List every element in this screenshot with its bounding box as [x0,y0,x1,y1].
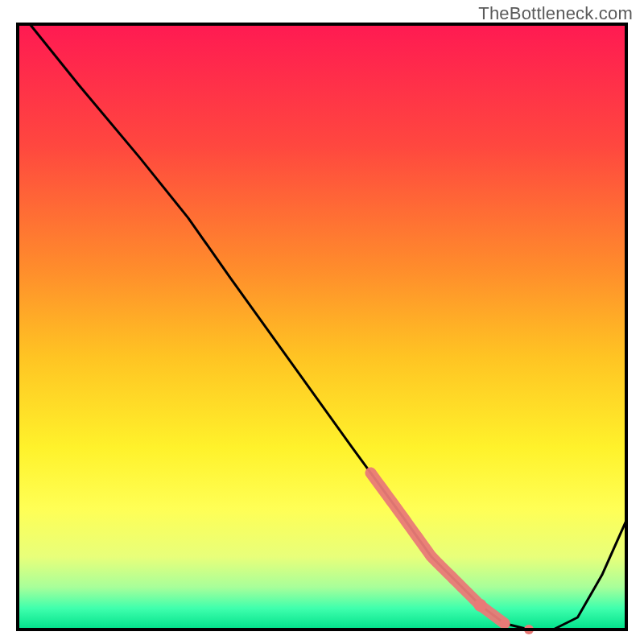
curve-highlight-dot [500,619,510,629]
watermark-label: TheBottleneck.com [478,3,633,24]
plot-background [18,24,626,630]
bottleneck-chart [0,0,644,644]
chart-container: TheBottleneck.com [0,0,644,644]
curve-highlight-dot [474,599,487,612]
